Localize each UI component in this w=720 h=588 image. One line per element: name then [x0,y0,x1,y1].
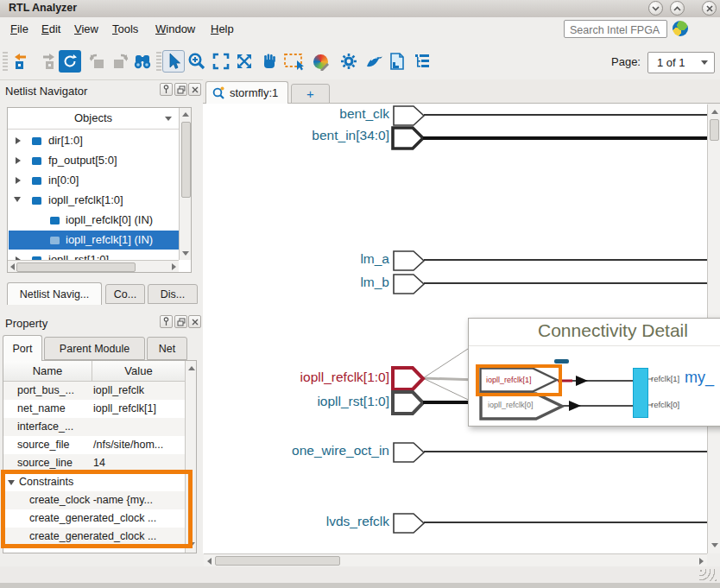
port-label-one-wire-oct-in[interactable]: one_wire_oct_in [292,443,389,458]
scrollbar-thumb[interactable] [710,119,719,141]
pin-icon[interactable] [160,315,173,328]
tree-vertical-scrollbar[interactable] [179,108,191,260]
tab-netlist-navigator[interactable]: Netlist Navig... [7,282,102,305]
table-row[interactable]: source_file /nfs/site/hom... [3,436,185,454]
color-settings-icon[interactable] [309,50,332,73]
maximize-button[interactable] [670,1,685,16]
scroll-down-icon[interactable] [182,251,189,256]
menu-view[interactable]: View [71,21,102,37]
bus-flag-icon [32,157,41,165]
input-bus-port-symbol[interactable] [391,390,426,415]
input-bus-port-symbol[interactable] [391,126,426,150]
toolbar-grip[interactable] [3,52,8,71]
menu-tools[interactable]: Tools [109,21,142,37]
port-label-iopll-rst[interactable]: iopll_rst[1:0] [317,394,389,409]
menu-edit[interactable]: Edit [38,21,64,37]
scroll-right-icon[interactable] [172,263,176,270]
tab-connectivity[interactable]: Co... [105,284,145,304]
tab-net[interactable]: Net [147,337,187,360]
expander-icon[interactable] [16,157,21,164]
minimize-button[interactable] [648,1,663,16]
target-block[interactable] [633,368,648,418]
scrollbar-thumb[interactable] [215,556,340,566]
table-row[interactable]: net_name iopll_refclk[1] [3,400,185,418]
pin-icon[interactable] [160,83,173,96]
table-row[interactable]: port_bus_... iopll_refclk [3,382,185,400]
input-port-symbol[interactable] [393,442,426,463]
float-icon[interactable] [174,83,187,96]
search-netlist-icon[interactable] [131,50,154,73]
tree-horizontal-scrollbar[interactable] [8,260,179,272]
pan-tool-icon[interactable] [258,50,281,73]
expander-icon[interactable] [14,197,21,202]
new-tab-button[interactable]: + [291,84,330,104]
page-selector[interactable]: 1 of 1 [647,52,715,73]
menu-file[interactable]: File [7,21,32,37]
table-row[interactable]: interface_... [3,418,185,436]
selected-bus-port-symbol[interactable] [391,366,426,391]
fit-selection-icon[interactable] [233,50,256,73]
menu-window[interactable]: Window [152,21,199,37]
globe-icon[interactable] [673,21,688,36]
tree-item-iopll-refclk-0[interactable]: iopll_refclk[0] (IN) [9,211,179,230]
scroll-left-icon[interactable] [10,263,15,270]
tab-distribution[interactable]: Dis... [148,284,198,304]
close-button[interactable] [702,1,717,16]
scroll-up-icon[interactable] [188,366,195,370]
tree-item-fp-output[interactable]: fp_output[5:0] [9,151,179,170]
settings-gear-icon[interactable] [338,50,360,73]
pop-in-icon[interactable] [85,50,108,73]
tree-item-in[interactable]: in[0:0] [9,171,179,190]
scroll-left-icon[interactable] [207,558,212,565]
connectivity-details-popup[interactable]: Connectivity Detail iopll_refclk[1] iopl… [468,318,720,427]
tab-stormfly[interactable]: stormfly:1 [205,81,288,104]
port-label-lvds-refclk[interactable]: lvds_refclk [326,514,389,529]
refresh-icon[interactable] [59,50,81,73]
port-label-bent-in[interactable]: bent_in[34:0] [312,128,389,143]
select-tool-icon[interactable] [162,50,185,73]
resize-grip[interactable] [699,569,717,581]
tab-parent-module[interactable]: Parent Module [44,337,145,360]
input-port-symbol[interactable] [393,513,426,534]
float-icon[interactable] [174,315,187,328]
toolbar-grip[interactable] [156,52,161,71]
input-port-symbol[interactable] [393,250,426,271]
scrollbar-thumb[interactable] [16,262,136,272]
tree-item-iopll-refclk[interactable]: iopll_refclk[1:0] [9,191,179,210]
scroll-up-icon[interactable] [182,112,189,117]
zoom-in-tool-icon[interactable] [186,50,208,73]
forward-icon[interactable] [36,50,59,73]
scrollbar-thumb[interactable] [181,122,191,198]
close-icon[interactable] [188,83,201,96]
port-label-lm-a[interactable]: lm_a [360,251,389,267]
input-port-symbol[interactable] [393,105,426,126]
column-header-value[interactable]: Value [92,361,185,381]
tree-item-iopll-rst[interactable]: iopll_rst[1:0] [9,250,179,260]
search-input[interactable] [568,22,666,38]
close-icon[interactable] [188,315,201,328]
objects-column-header[interactable]: Objects [8,108,179,130]
report-document-icon[interactable] [386,50,408,73]
zoom-fit-icon[interactable] [210,50,232,73]
input-port-symbol[interactable] [393,274,426,294]
marquee-select-icon[interactable] [283,50,306,73]
hierarchy-list-icon[interactable] [411,50,433,73]
tab-port[interactable]: Port [3,335,42,361]
scroll-up-icon[interactable] [711,110,718,114]
expander-icon[interactable] [16,177,21,184]
column-header-name[interactable]: Name [3,361,92,381]
port-label-bent-clk[interactable]: bent_clk [339,106,389,122]
menu-help[interactable]: Help [207,21,237,37]
scroll-down-icon[interactable] [711,543,718,547]
port-label-iopll-refclk[interactable]: iopll_refclk[1:0] [300,370,389,385]
tree-item-iopll-refclk-1-selected[interactable]: iopll_refclk[1] (IN) [9,231,179,250]
pop-out-icon[interactable] [110,50,132,73]
tree-item-dir[interactable]: dir[1:0] [9,131,179,150]
expander-icon[interactable] [16,137,21,144]
port-label-lm-b[interactable]: lm_b [360,275,389,290]
canvas-horizontal-scrollbar[interactable] [204,553,707,566]
back-icon[interactable] [10,50,33,73]
search-box [564,20,667,38]
bird-icon[interactable] [363,50,385,73]
scroll-right-icon[interactable] [699,558,704,565]
